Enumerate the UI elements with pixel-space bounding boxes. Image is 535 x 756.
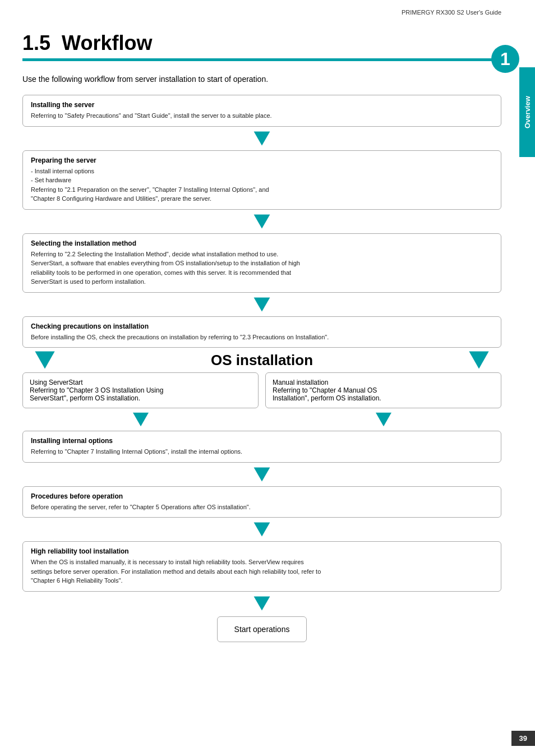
box-installing-internal: Installing internal options Referring to… — [22, 431, 501, 463]
box-manual-installation: Manual installation Referring to "Chapte… — [265, 372, 501, 408]
split-box-text-2: Referring to "Chapter 4 Manual OS Instal… — [273, 386, 494, 402]
page-header: PRIMERGY RX300 S2 User's Guide — [0, 0, 535, 20]
box-text-7: When the OS is installed manually, it is… — [31, 557, 493, 586]
svg-marker-2 — [254, 297, 270, 311]
arrow-7 — [22, 595, 501, 612]
arrow-3 — [22, 296, 501, 313]
box-procedures-before-op: Procedures before operation Before opera… — [22, 486, 501, 518]
chapter-badge: 1 — [491, 45, 519, 73]
box-title-4: Checking precautions on installation — [31, 322, 493, 330]
svg-marker-7 — [254, 467, 270, 481]
arrow-2 — [22, 213, 501, 230]
arrow-6 — [22, 521, 501, 538]
os-installation-row: OS installation — [22, 350, 501, 370]
start-operations-label: Start operations — [234, 625, 290, 634]
svg-marker-0 — [254, 131, 270, 145]
right-tab: Overview — [519, 67, 535, 157]
split-box-text-1: Referring to "Chapter 3 OS Installation … — [30, 386, 251, 402]
subtitle: Use the following workflow from server i… — [22, 75, 501, 84]
svg-marker-1 — [254, 214, 270, 228]
box-title-6: Procedures before operation — [31, 492, 493, 500]
arrow-5 — [22, 466, 501, 483]
svg-marker-9 — [254, 596, 270, 610]
box-text-1: Referring to "Safety Precautions" and "S… — [31, 111, 493, 121]
split-row: Using ServerStart Referring to "Chapter … — [22, 372, 501, 408]
split-box-title-1: Using ServerStart — [30, 379, 251, 386]
box-title-1: Installing the server — [31, 101, 493, 109]
split-box-title-2: Manual installation — [273, 379, 494, 386]
start-operations-box[interactable]: Start operations — [217, 616, 307, 642]
arrow-1 — [22, 130, 501, 147]
start-ops-container: Start operations — [22, 616, 501, 642]
os-installation-label: OS installation — [67, 352, 456, 369]
title-underline — [22, 58, 501, 61]
svg-marker-8 — [254, 522, 270, 536]
svg-marker-4 — [469, 352, 488, 369]
main-content: 1.5 Workflow Use the following workflow … — [0, 20, 535, 676]
svg-marker-3 — [35, 352, 54, 369]
box-title-5: Installing internal options — [31, 437, 493, 445]
box-checking-precautions: Checking precautions on installation Bef… — [22, 316, 501, 348]
box-text-6: Before operating the server, refer to "C… — [31, 503, 493, 512]
svg-marker-6 — [376, 413, 391, 427]
svg-marker-5 — [133, 413, 149, 427]
box-using-serverstart: Using ServerStart Referring to "Chapter … — [22, 372, 259, 408]
box-text-4: Before installing the OS, check the prec… — [31, 333, 493, 342]
arrow-split-container — [22, 412, 501, 427]
box-text-2: - Install internal options - Set hardwar… — [31, 167, 493, 204]
section-title: 1.5 Workflow — [22, 31, 501, 55]
box-preparing-server: Preparing the server - Install internal … — [22, 150, 501, 210]
page-number: 39 — [511, 731, 535, 746]
box-text-3: Referring to "2.2 Selecting the Installa… — [31, 250, 493, 287]
box-text-5: Referring to "Chapter 7 Installing Inter… — [31, 447, 493, 457]
box-selecting-method: Selecting the installation method Referr… — [22, 233, 501, 293]
box-installing-server: Installing the server Referring to "Safe… — [22, 95, 501, 127]
header-title: PRIMERGY RX300 S2 User's Guide — [402, 9, 501, 16]
box-title-7: High reliability tool installation — [31, 547, 493, 555]
box-title-3: Selecting the installation method — [31, 239, 493, 247]
box-high-reliability: High reliability tool installation When … — [22, 541, 501, 592]
box-title-2: Preparing the server — [31, 156, 493, 164]
